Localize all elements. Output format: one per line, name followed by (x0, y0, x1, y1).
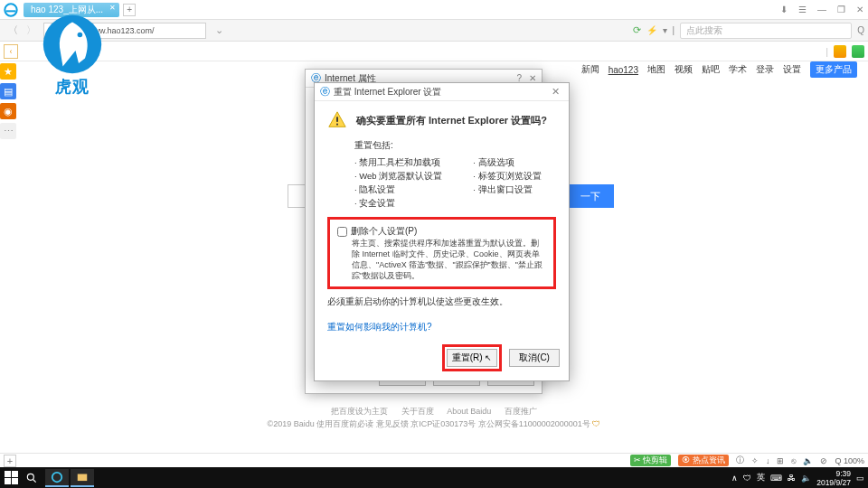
tray-volume-icon[interactable]: 🔈 (801, 474, 811, 483)
taskbar-clock[interactable]: 9:39 2019/9/27 (816, 469, 851, 487)
extension-icon-1[interactable] (834, 45, 846, 58)
omni-search-input[interactable]: 点此搜索 (680, 23, 852, 39)
taskbar-ie-icon[interactable] (45, 469, 69, 487)
svg-rect-7 (78, 474, 88, 481)
link-xueshu[interactable]: 学术 (729, 63, 747, 76)
top-nav-links: 新闻 hao123 地图 视频 贴吧 学术 登录 设置 更多产品 (581, 61, 857, 78)
footer-link[interactable]: About Baidu (447, 407, 491, 416)
back-button[interactable]: 〈 (4, 22, 22, 40)
list-item: 标签页浏览设置 (473, 169, 541, 183)
link-map[interactable]: 地图 (647, 63, 665, 76)
delete-personal-desc: 将主页、搜索提供程序和加速器重置为默认设置。删除 Internet 临时文件、历… (337, 238, 546, 281)
sync-icon[interactable]: ⟳ (633, 24, 641, 36)
ribbon-star-icon[interactable]: ★ (0, 63, 16, 80)
list-item: 安全设置 (354, 196, 442, 210)
more-products-button[interactable]: 更多产品 (810, 61, 857, 78)
link-login[interactable]: 登录 (756, 63, 774, 76)
footer-link[interactable]: 关于百度 (401, 407, 434, 416)
list-item: 禁用工具栏和加载项 (354, 155, 442, 169)
status-block-icon[interactable]: ⊘ (820, 456, 827, 465)
taskbar-search-icon[interactable] (20, 469, 43, 487)
taskbar-explorer-icon[interactable] (71, 469, 94, 487)
svg-rect-3 (336, 117, 338, 122)
tray-up-icon[interactable]: ∧ (731, 474, 738, 483)
huguan-logo: 虎观 (36, 13, 108, 98)
download-icon[interactable]: ⬇ (778, 5, 790, 14)
tray-network-icon[interactable]: 🖧 (788, 474, 796, 483)
ribbon-doc-icon[interactable]: ▤ (0, 83, 16, 99)
svg-point-5 (27, 474, 33, 480)
ext-pipe: | (826, 46, 828, 57)
tray-keyboard-icon[interactable]: ⌨ (770, 474, 782, 483)
reset-help-link[interactable]: 重置如何影响我的计算机? (327, 321, 432, 333)
reset-close-button[interactable]: ✕ (548, 86, 563, 98)
logo-icon (41, 13, 104, 76)
link-video[interactable]: 视频 (675, 63, 693, 76)
status-icon[interactable]: ⊞ (777, 456, 784, 465)
zoom-level[interactable]: Q 100% (835, 456, 864, 465)
reset-section-label: 重置包括: (354, 139, 556, 152)
new-tab-button[interactable]: + (123, 4, 136, 16)
status-speaker-icon[interactable]: 🔈 (803, 456, 813, 465)
start-button[interactable] (4, 471, 18, 485)
logo-text: 虎观 (36, 76, 108, 98)
url-pipe: | (673, 25, 675, 35)
tray-shield-icon[interactable]: 🛡 (743, 474, 751, 483)
status-download-icon[interactable]: ↓ (766, 456, 770, 465)
link-tieba[interactable]: 贴吧 (702, 63, 720, 76)
delete-personal-highlight: 删除个人设置(P) 将主页、搜索提供程序和加速器重置为默认设置。删除 Inter… (327, 217, 556, 289)
status-icon[interactable]: ⎋ (791, 456, 796, 465)
reset-titlebar[interactable]: ⓔ 重置 Internet Explorer 设置 ✕ (315, 83, 569, 101)
list-item: 隐私设置 (354, 183, 442, 196)
footer-link[interactable]: 百度推广 (505, 407, 537, 416)
cursor-icon: ↖ (485, 353, 492, 362)
shield-icon: 🛡 (592, 419, 600, 428)
ribbon-weibo-icon[interactable]: ◉ (0, 103, 16, 119)
link-settings[interactable]: 设置 (783, 63, 801, 76)
tray-ime-icon[interactable]: 英 (757, 472, 765, 483)
reset-confirm-button[interactable]: 重置(R) ↖ (447, 349, 497, 367)
bolt-icon[interactable]: ⚡ (646, 25, 657, 35)
reset-button-highlight: 重置(R) ↖ (442, 344, 502, 371)
checkbox-label: 删除个人设置(P) (351, 225, 417, 238)
restore-button[interactable]: ❐ (835, 5, 848, 14)
hotnews-button[interactable]: ⦿ 热点资讯 (678, 455, 729, 466)
list-item: 弹出窗口设置 (473, 183, 541, 196)
link-news[interactable]: 新闻 (581, 63, 599, 76)
ie-edge-icon (4, 3, 18, 17)
windows-taskbar: ∧ 🛡 英 ⌨ 🖧 🔈 9:39 2019/9/27 ▭ (0, 467, 868, 488)
bookmark-back-icon[interactable]: ‹ (4, 44, 18, 59)
ie-icon: ⓔ (320, 85, 330, 99)
close-button[interactable]: ✕ (854, 5, 866, 14)
reset-cancel-button[interactable]: 取消(C) (509, 349, 560, 367)
tray-notification-icon[interactable]: ▭ (856, 474, 864, 483)
must-restart-text: 必须重新启动你的计算机以使这些更改生效。 (327, 296, 556, 308)
delete-personal-checkbox[interactable]: 删除个人设置(P) (337, 225, 546, 238)
list-item: Web 浏览器默认设置 (354, 169, 442, 183)
svg-point-6 (52, 472, 62, 482)
kuaijianji-button[interactable]: ✂ 快剪辑 (630, 455, 672, 466)
status-icon[interactable]: ⓘ (736, 455, 744, 466)
baidu-search-button[interactable]: 一下 (567, 184, 614, 208)
reset-col1: 禁用工具栏和加载项 Web 浏览器默认设置 隐私设置 安全设置 (354, 155, 442, 210)
baidu-footer: 把百度设为主页 关于百度 About Baidu 百度推广 ©2019 Baid… (0, 405, 868, 430)
search-icon[interactable]: Q (857, 25, 864, 35)
browser-status-bar: + ✂ 快剪辑 ⦿ 热点资讯 ⓘ ✧ ↓ ⊞ ⎋ 🔈 ⊘ Q 100% (0, 453, 868, 467)
ribbon-more-icon[interactable]: ⋯ (0, 123, 16, 139)
reset-title: 重置 Internet Explorer 设置 (334, 86, 441, 99)
svg-point-2 (78, 33, 83, 38)
status-icon[interactable]: ✧ (751, 456, 759, 465)
footer-copyright: ©2019 Baidu 使用百度前必读 意见反馈 京ICP证030173号 京公… (268, 419, 590, 428)
dropdown-icon[interactable]: ⌄ (210, 22, 228, 40)
window-controls: ⬇ ☰ — ❐ ✕ (778, 5, 866, 14)
footer-link[interactable]: 把百度设为主页 (331, 407, 388, 416)
menu-icon[interactable]: ☰ (796, 5, 809, 14)
titlebar: hao 123_上网从... + ⬇ ☰ — ❐ ✕ (0, 0, 868, 20)
extension-icon-2[interactable] (852, 45, 864, 58)
reset-ie-dialog: ⓔ 重置 Internet Explorer 设置 ✕ 确实要重置所有 Inte… (314, 82, 570, 381)
link-hao123[interactable]: hao123 (609, 65, 638, 75)
url-caret[interactable]: ▾ (663, 25, 667, 35)
minimize-button[interactable]: — (815, 5, 829, 14)
left-ribbon: ★ ▤ ◉ ⋯ (0, 63, 18, 139)
status-plus-button[interactable]: + (4, 455, 16, 467)
